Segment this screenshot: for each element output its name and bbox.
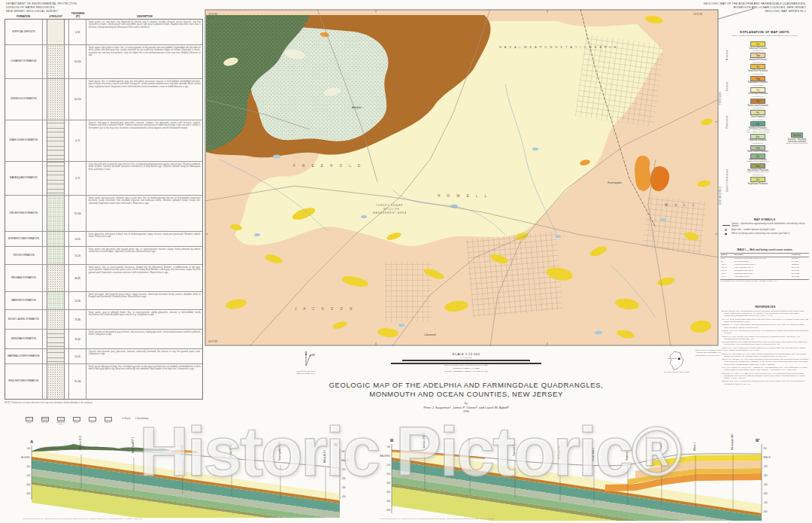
well-table-footnote: Well records on file, New Jersey Bureau … [720, 279, 809, 282]
well-dot-icon [720, 233, 732, 235]
section-label-b: B [390, 438, 394, 442]
well-label: Adelphia ADP-1 [132, 436, 135, 453]
elev-label: SEA LEVEL [21, 456, 30, 459]
geologic-map-svg: 74°22'30" 40°15' 74°07'30" 40°07'30" N A… [205, 9, 719, 346]
strat-row: COHANSEY FORMATION10-100Sand, quartz, li… [5, 45, 202, 79]
unconformity-note: (unconformity) [732, 174, 783, 176]
formation-description: Sand, quartz, light gray to white, fine-… [86, 364, 202, 399]
elev-label: 100 [763, 447, 767, 450]
formation-name: VINCENTOWN FORMATION [5, 196, 43, 231]
label-adelphia: Adelphia [352, 106, 362, 109]
elev-label: -400 [341, 495, 346, 498]
unit-mount-laurel: KmlMount Laurel Formation [732, 145, 783, 154]
lithology-pattern [43, 265, 70, 291]
declination-caption-2: DECLINATION, 1996 [290, 372, 322, 375]
lithology-pattern [43, 232, 70, 246]
strat-table-header: FORMATION LITHOLOGY THICKNESS (FT) DESCR… [5, 12, 203, 19]
strat-row: VINCENTOWN FORMATION15-100Sand, quartz a… [5, 196, 202, 232]
cross-section-a-svg: Marlboro 36-D Adelphia ADP-1 Bergerville… [21, 415, 349, 518]
unit-swatch: Tch [750, 41, 765, 47]
formation-name: ENGLISHTOWN FORMATION [5, 364, 43, 399]
title-block: GEOLOGIC MAP OF THE ADELPHIA AND FARMING… [241, 381, 692, 413]
well-label: Allaire ALR-1 [323, 449, 326, 463]
well-label: Ramtown [626, 451, 629, 461]
label-wall: W A L L [665, 203, 697, 207]
label-howell: H O W E L L [438, 194, 489, 198]
epoch-miocene: Miocene [726, 44, 729, 66]
corner-ne-lon: 74°07'30" [693, 13, 703, 16]
cross-section-a-footnote: Vertical exaggeration 40x. Wells project… [23, 518, 347, 520]
new-jersey-outline: NEW JERSEY [665, 351, 688, 370]
reference-item: Enright, Richard, 1969, The stratigraphy… [722, 310, 809, 317]
formation-description: Sand, quartz and glauconite, yellowish g… [86, 196, 202, 231]
references-section: REFERENCES Enright, Richard, 1969, The s… [722, 306, 809, 386]
well-label: Freehold 29 [513, 444, 516, 456]
strat-row: ENGLISHTOWN FORMATION75-140Sand, quartz,… [5, 364, 202, 399]
well-table-grid: Map IDWell namePermit no. 36-DMonmouth C… [720, 253, 809, 278]
lithology-pattern [43, 247, 70, 264]
thickness-value: 0-30 [69, 20, 86, 44]
label-earle: N A V A L W E A P O N S S T A T I O N E … [499, 45, 617, 49]
formation-name: MOUNT LAUREL FORMATION [5, 310, 43, 329]
unit-swatch: Kml [750, 145, 765, 151]
thickness-value: 10-100 [69, 45, 86, 78]
unit-swatch: Tmq [750, 76, 765, 81]
corner-nw-lat: 40°15' [208, 17, 215, 20]
elev-label: -300 [763, 483, 768, 486]
unit-swatch: Kns-Krb [791, 132, 803, 138]
elev-label: -200 [26, 474, 30, 477]
elev-label: -400 [26, 492, 30, 495]
unit-navesink: KnsNavesink Formation(unconformity) [732, 134, 783, 144]
unit-swatch: Tvt [750, 87, 765, 93]
symbol-contact: Contact — dashed where approximately loc… [720, 223, 809, 228]
lithology-pattern [43, 20, 70, 44]
strat-row: MARSHALLTOWN FORMATION10-15Clay-silt, da… [5, 349, 202, 364]
label-turkey-swamp-3: MANAGEMENT AREA [373, 211, 407, 214]
elev-label: -300 [386, 482, 390, 485]
reference-item: Nemickas, Bronius, 1976, Digital-simulat… [722, 341, 809, 345]
elev-label: -600 [763, 510, 768, 513]
xs-a-orange-sliver [171, 450, 198, 453]
strat-row: SURFICIAL DEPOSITS0-30Sand, gravel, silt… [5, 20, 202, 45]
unconformity-note: (unconformity) [732, 50, 783, 52]
scale-feet-caption: 1000 0 1000 2000 3000 4000 5000 6000 700… [353, 364, 579, 366]
lithology-pattern [43, 330, 70, 348]
well-table: TABLE 1. — Wells and borings used in cro… [720, 248, 809, 281]
lithology-pattern [43, 120, 70, 161]
reference-item: Olsson, R.K., 1960, Foraminifera of late… [722, 347, 809, 351]
strat-table-body: SURFICIAL DEPOSITS0-30Sand, gravel, silt… [5, 19, 203, 400]
formation-name: KIRKWOOD FORMATION [5, 79, 43, 120]
map-title-line2: MONMOUTH AND OCEAN COUNTIES, NEW JERSEY [241, 390, 692, 399]
corner-nw-lon: 74°22'30" [208, 13, 218, 16]
contour-interval: CONTOUR INTERVAL 10 FEET [353, 367, 579, 369]
map-sheet: DEPARTMENT OF ENVIRONMENTAL PROTECTION D… [0, 0, 812, 523]
unit-swatch: Kti [750, 110, 765, 115]
quad-location-marker [678, 358, 680, 360]
section-label-a-prime: A′ [334, 442, 338, 447]
thickness-value: 75-140 [69, 364, 86, 399]
vertical-datum: NATIONAL GEODETIC VERTICAL DATUM OF 1929 [353, 370, 579, 372]
col-formation: FORMATION [5, 15, 42, 18]
state-label: NEW JERSEY [668, 357, 679, 359]
strat-row: NAVESINK FORMATION25-30Sand, glauconite,… [5, 292, 202, 310]
well-label: Marlboro 36-D [79, 435, 82, 450]
unit-vincentown: TvtVincentown Formation(unconformity) [732, 87, 783, 98]
well-label: Howell MW-3 [592, 448, 595, 461]
formation-description: Sand, gravel, silt, and minor clay depos… [86, 20, 202, 44]
lithology-pattern [43, 292, 70, 309]
thickness-value: 0-75 [69, 162, 86, 195]
formation-name: RED BANK FORMATION [5, 265, 43, 291]
scale-bar-miles [402, 360, 530, 361]
corner-sw-lat: 40°07'30" [208, 340, 218, 343]
authors: Peter J. Sugarman¹, James P. Owens², and… [241, 406, 692, 409]
strat-row: KIRKWOOD FORMATION50-150Sand, quartz, fi… [5, 79, 202, 120]
epoch-paleocene: Paleocene [726, 105, 729, 139]
epoch-eocene: Eocene [726, 71, 729, 102]
unit-navesink-redbank-undivided: Kns-Krb Navesink - Red Bank formations u… [783, 132, 810, 145]
epoch-upper-cretaceous: Upper Cretaceous [726, 151, 729, 211]
lithology-pattern [43, 364, 70, 399]
elev-label: -500 [386, 500, 390, 503]
declination-svg: ★ MN [290, 351, 322, 367]
table-row: ALR-1Allaire State Park 125-07702 [720, 275, 809, 278]
unit-swatch: Krb [750, 121, 765, 126]
